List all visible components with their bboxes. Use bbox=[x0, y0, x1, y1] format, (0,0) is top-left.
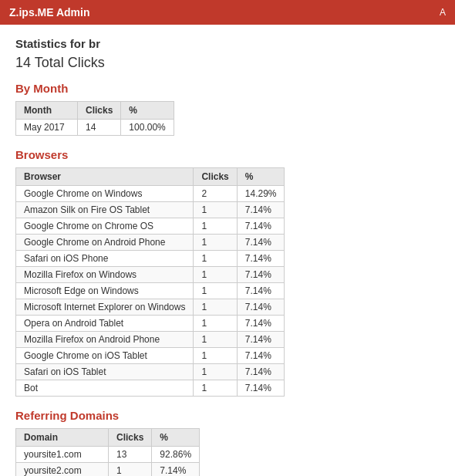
table-row: yoursite1.com1392.86% bbox=[16, 447, 200, 463]
by-month-title: By Month bbox=[15, 82, 440, 95]
table-row: Mozilla Firefox on Android Phone17.14% bbox=[16, 332, 285, 348]
month-col-header: Month bbox=[16, 102, 78, 120]
browser-col-header: Browser bbox=[16, 168, 194, 186]
table-row: Bot17.14% bbox=[16, 380, 285, 397]
month-table: Month Clicks % May 201714100.00% bbox=[15, 101, 174, 136]
top-bar: Z.ips.ME Admin A bbox=[0, 0, 455, 25]
referring-domains-title: Referring Domains bbox=[15, 409, 440, 422]
domain-table: Domain Clicks % yoursite1.com1392.86%you… bbox=[15, 428, 200, 476]
browsers-title: Browsers bbox=[15, 148, 440, 161]
table-row: Microsoft Edge on Windows17.14% bbox=[16, 283, 285, 299]
app-title: Z.ips.ME Admin bbox=[9, 6, 89, 19]
total-clicks: 14 Total Clicks bbox=[15, 55, 440, 71]
table-row: Amazon Silk on Fire OS Tablet17.14% bbox=[16, 202, 285, 218]
table-row: May 201714100.00% bbox=[16, 120, 174, 136]
domain-percent-col-header: % bbox=[152, 429, 200, 447]
table-row: Safari on iOS Phone17.14% bbox=[16, 251, 285, 267]
browser-clicks-col-header: Clicks bbox=[194, 168, 237, 186]
table-row: Opera on Android Tablet17.14% bbox=[16, 316, 285, 332]
main-content: Statistics for br 14 Total Clicks By Mon… bbox=[0, 25, 455, 476]
clicks-col-header: Clicks bbox=[78, 102, 121, 120]
browser-table: Browser Clicks % Google Chrome on Window… bbox=[15, 167, 285, 397]
percent-col-header: % bbox=[121, 102, 174, 120]
browser-percent-col-header: % bbox=[237, 168, 285, 186]
table-row: Google Chrome on Android Phone17.14% bbox=[16, 235, 285, 251]
statistics-title: Statistics for br bbox=[15, 37, 440, 50]
domain-col-header: Domain bbox=[16, 429, 109, 447]
table-row: Google Chrome on Chrome OS17.14% bbox=[16, 218, 285, 235]
domain-clicks-col-header: Clicks bbox=[109, 429, 152, 447]
table-row: Google Chrome on Windows214.29% bbox=[16, 186, 285, 202]
table-row: Google Chrome on iOS Tablet17.14% bbox=[16, 348, 285, 364]
table-row: Microsoft Internet Explorer on Windows17… bbox=[16, 299, 285, 316]
top-bar-right[interactable]: A bbox=[440, 7, 446, 18]
table-row: Safari on iOS Tablet17.14% bbox=[16, 364, 285, 380]
table-row: yoursite2.com17.14% bbox=[16, 463, 200, 477]
table-row: Mozilla Firefox on Windows17.14% bbox=[16, 267, 285, 283]
